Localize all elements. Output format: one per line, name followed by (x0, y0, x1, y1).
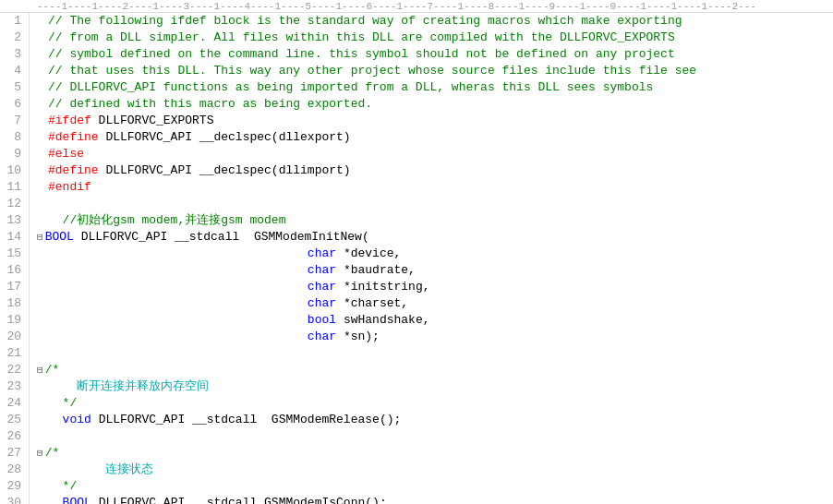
code-line: // DLLFORVC_API functions as being impor… (37, 79, 833, 96)
line-number: 17 (4, 279, 21, 295)
code-token: DLLFORVC_API __declspec(dllimport) (99, 162, 351, 179)
code-line: #ifdef DLLFORVC_EXPORTS (37, 113, 833, 129)
code-line: #else (37, 146, 833, 162)
code-token: BOOL (45, 229, 74, 246)
code-token: */ (48, 395, 77, 412)
line-number: 15 (4, 246, 21, 262)
line-number: 16 (4, 262, 21, 279)
code-token (48, 462, 105, 478)
code-token: DLLFORVC_API __stdcall GSMModemInitNew( (74, 229, 369, 246)
line-number: 11 (4, 179, 21, 196)
code-token: *device, (336, 246, 401, 262)
code-line: #endif (37, 179, 833, 196)
line-number: 20 (4, 329, 21, 345)
code-line: char *initstring, (37, 279, 833, 295)
code-token: // that uses this DLL. This way any othe… (48, 63, 696, 79)
code-line (37, 196, 833, 212)
code-token: #define (48, 129, 99, 146)
line-number: 30 (4, 495, 21, 504)
code-token: #define (48, 162, 99, 179)
line-number: 18 (4, 295, 21, 312)
fold-marker[interactable]: ⊟ (37, 229, 43, 246)
line-number: 22 (4, 362, 21, 378)
code-token: 断开连接并释放内存空间 (77, 378, 209, 395)
line-number: 28 (4, 462, 21, 478)
code-line: // defined with this macro as being expo… (37, 96, 833, 113)
code-token: 连接状态 (105, 462, 153, 478)
code-token: char (308, 295, 336, 312)
code-token: char (308, 262, 336, 279)
code-line: // that uses this DLL. This way any othe… (37, 63, 833, 79)
fold-marker[interactable]: ⊟ (37, 445, 43, 462)
code-token: */ (48, 478, 77, 495)
code-token (48, 295, 308, 312)
code-token: char (308, 329, 336, 345)
code-token: bool (308, 312, 336, 329)
line-number: 10 (4, 162, 21, 179)
line-number: 7 (4, 113, 21, 129)
code-line: BOOL DLLFORVC_API __stdcall GSMModemIsCo… (37, 495, 833, 504)
code-token: char (308, 279, 336, 295)
code-line: // The following ifdef block is the stan… (37, 13, 833, 30)
line-number: 27 (4, 445, 21, 462)
line-number: 14 (4, 229, 21, 246)
line-number: 3 (4, 46, 21, 63)
line-number: 21 (4, 345, 21, 362)
code-token: // DLLFORVC_API functions as being impor… (48, 79, 653, 96)
code-token: DLLFORVC_API __declspec(dllexport) (99, 129, 351, 146)
code-token: *charset, (336, 295, 408, 312)
code-token: // symbol defined on the command line. t… (48, 46, 675, 63)
code-token (48, 378, 77, 395)
code-line (37, 345, 833, 362)
ruler: ----1----1----2----1----3----1----4----1… (0, 0, 833, 13)
code-token: BOOL (63, 495, 91, 504)
code-line: ⊟BOOL DLLFORVC_API __stdcall GSMModemIni… (37, 229, 833, 246)
line-number: 12 (4, 196, 21, 212)
code-token (48, 495, 63, 504)
code-line: // from a DLL simpler. All files within … (37, 30, 833, 46)
code-token: // The following ifdef block is the stan… (48, 13, 682, 30)
code-line: char *baudrate, (37, 262, 833, 279)
line-number: 4 (4, 63, 21, 79)
line-number: 29 (4, 478, 21, 495)
code-token: //初始化gsm modem,并连接gsm modem (48, 212, 285, 229)
code-token (48, 412, 63, 428)
code-token: DLLFORVC_API __stdcall GSMModemRelease()… (91, 412, 401, 428)
code-line: 断开连接并释放内存空间 (37, 378, 833, 395)
code-token (48, 262, 308, 279)
code-line (37, 428, 833, 445)
line-number: 25 (4, 412, 21, 428)
line-number: 6 (4, 96, 21, 113)
line-number: 9 (4, 146, 21, 162)
code-token: #else (48, 146, 84, 162)
code-editor: ----1----1----2----1----3----1----4----1… (0, 0, 833, 504)
code-line: char *device, (37, 246, 833, 262)
line-number: 23 (4, 378, 21, 395)
code-line: void DLLFORVC_API __stdcall GSMModemRele… (37, 412, 833, 428)
code-line: #define DLLFORVC_API __declspec(dllexpor… (37, 129, 833, 146)
line-number: 26 (4, 428, 21, 445)
code-token (48, 246, 308, 262)
code-line: ⊟/* (37, 362, 833, 378)
code-line: char *charset, (37, 295, 833, 312)
line-numbers: 1234567891011121314151617181920212223242… (0, 13, 30, 504)
line-number: 8 (4, 129, 21, 146)
code-token (48, 329, 308, 345)
fold-marker[interactable]: ⊟ (37, 362, 43, 378)
code-line: */ (37, 395, 833, 412)
code-token (48, 279, 308, 295)
code-token: // from a DLL simpler. All files within … (48, 30, 675, 46)
code-token: *baudrate, (336, 262, 416, 279)
line-number: 19 (4, 312, 21, 329)
code-token: #ifdef (48, 113, 91, 129)
line-number: 2 (4, 30, 21, 46)
code-token: DLLFORVC_API __stdcall GSMModemIsConn(); (91, 495, 387, 504)
code-token: /* (45, 445, 60, 462)
code-token: DLLFORVC_EXPORTS (91, 113, 214, 129)
line-number: 5 (4, 79, 21, 96)
code-content: // The following ifdef block is the stan… (30, 13, 833, 504)
code-token (48, 312, 308, 329)
line-number: 1 (4, 13, 21, 30)
code-token: #endif (48, 179, 91, 196)
code-token: /* (45, 362, 60, 378)
